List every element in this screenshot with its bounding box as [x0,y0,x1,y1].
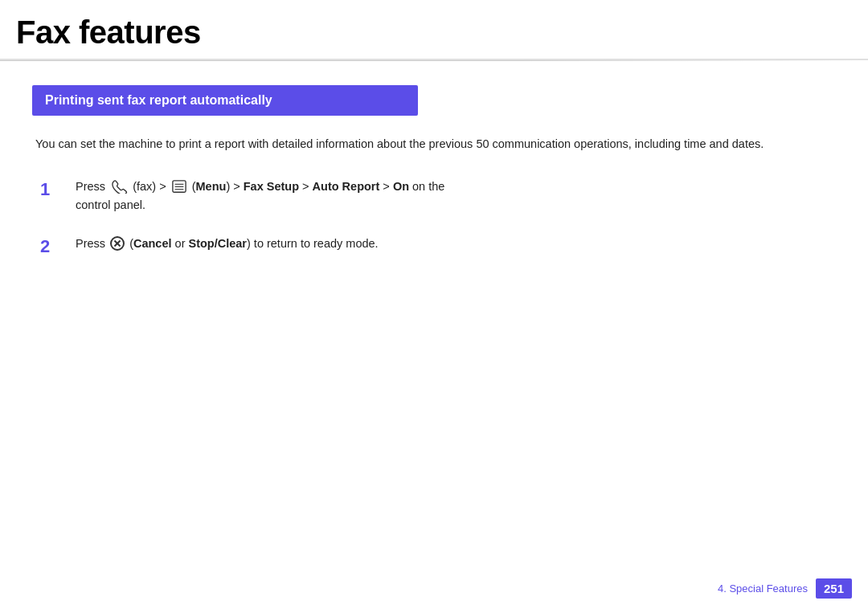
step-1-on-bold: On [393,180,409,193]
step-2-or: or [175,237,189,250]
step-2-content: Press (Cancel or Stop/Clear) to return t… [76,235,836,253]
step-1-fax-label: (fax) > [133,180,170,193]
step-1-press: Press [76,180,105,193]
fax-icon [110,179,128,194]
step-2: 2 Press (Cancel or Stop/Clear) to return… [40,235,836,259]
description-text: You can set the machine to print a repor… [32,135,836,153]
section-banner: Printing sent fax report automatically [32,85,418,116]
page-container: Fax features Printing sent fax report au… [0,0,868,613]
footer-section-label: 4. Special Features [718,582,808,595]
step-1-faxsetup-bold: Fax Setup [244,180,299,193]
step-1-content: Press (fax) > (Menu) > Fax Setup > Auto … [76,178,836,215]
step-1-number: 1 [40,178,59,202]
step-2-cancel-bold: Cancel [133,237,172,250]
steps-container: 1 Press (fax) > (Menu) > Fax [32,178,836,258]
page-title: Fax features [16,14,852,51]
footer: 4. Special Features 251 [718,578,852,599]
step-1-autoreport-bold: Auto Report [313,180,380,193]
step-2-press: Press [76,237,105,250]
step-1-menu-bold: Menu [196,180,227,193]
step-2-suffix: to return to ready mode. [254,237,379,250]
step-2-number: 2 [40,235,59,259]
menu-icon [171,179,187,194]
main-content: Printing sent fax report automatically Y… [0,61,868,293]
page-header: Fax features [0,0,868,60]
step-2-stopclear-bold: Stop/Clear [188,237,247,250]
step-1: 1 Press (fax) > (Menu) > Fax [40,178,836,215]
footer-page-number: 251 [816,578,852,599]
cancel-icon [110,236,125,251]
